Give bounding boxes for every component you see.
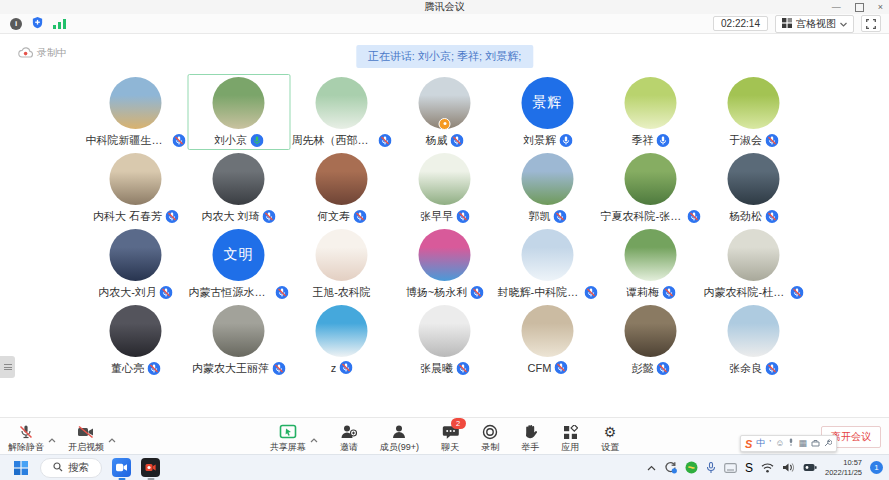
avatar xyxy=(728,153,780,205)
participant-tile[interactable]: 张早早 xyxy=(393,150,496,226)
participant-tile[interactable]: 宁夏农科院-张永... xyxy=(599,150,702,226)
participant-tile[interactable]: 彭懿 xyxy=(599,302,702,378)
participant-tile[interactable]: 于淑会 xyxy=(702,74,805,150)
participant-tile[interactable]: 王旭-农科院 xyxy=(290,226,393,302)
avatar xyxy=(419,153,471,205)
sidebar-handle[interactable] xyxy=(0,356,15,378)
avatar xyxy=(316,153,368,205)
avatar xyxy=(625,229,677,281)
tray-sync-icon[interactable] xyxy=(664,461,677,474)
avatar xyxy=(522,153,574,205)
participant-name: z xyxy=(331,362,337,374)
avatar xyxy=(419,77,471,129)
fullscreen-icon[interactable] xyxy=(861,15,881,32)
participant-tile[interactable]: 季祥 xyxy=(599,74,702,150)
avatar xyxy=(728,77,780,129)
participant-tile[interactable]: 封晓辉-中科院农... xyxy=(496,226,599,302)
participant-tile[interactable]: 中科院新疆生态... xyxy=(84,74,187,150)
notification-badge[interactable]: 1 xyxy=(870,461,883,474)
layout-view-button[interactable]: 宫格视图 xyxy=(775,15,854,33)
participant-tile[interactable]: 杨劲松 xyxy=(702,150,805,226)
participant-name: 博扬~杨永利 xyxy=(406,285,467,300)
taskbar-app-meeting[interactable] xyxy=(112,458,131,477)
participant-name: 封晓辉-中科院农... xyxy=(498,285,582,300)
ime-punct-icon[interactable]: ’ xyxy=(769,439,771,448)
ime-lang-icon[interactable]: 中 xyxy=(756,439,765,448)
share-screen-button[interactable]: 共享屏幕 xyxy=(270,423,306,454)
ime-wrench-icon[interactable] xyxy=(824,439,832,449)
close-icon[interactable]: × xyxy=(878,3,883,12)
mic-muted-icon xyxy=(765,362,778,375)
participant-tile[interactable]: 谭莉梅 xyxy=(599,226,702,302)
participant-tile[interactable]: 文明内蒙古恒源水利... xyxy=(187,226,290,302)
chat-button[interactable]: 2 聊天 xyxy=(441,423,459,454)
taskbar-app-recorder[interactable] xyxy=(141,458,160,477)
mic-muted-icon xyxy=(765,210,778,223)
settings-gear-icon: ⚙ xyxy=(604,423,617,440)
participant-tile[interactable]: 郭凯 xyxy=(496,150,599,226)
raise-hand-button[interactable]: 举手 xyxy=(521,423,539,454)
tray-chevron-up-icon[interactable] xyxy=(647,465,656,471)
tray-antivirus-icon[interactable] xyxy=(685,461,698,474)
meeting-info-icon[interactable]: i xyxy=(10,18,22,30)
participant-tile[interactable]: 刘小京 xyxy=(187,74,290,150)
members-button[interactable]: 成员(99+) xyxy=(380,423,419,454)
participant-tile[interactable]: 张余良 xyxy=(702,302,805,378)
participant-tile[interactable]: 何文寿 xyxy=(290,150,393,226)
taskbar-clock[interactable]: 10:57 2022/11/25 xyxy=(825,458,862,477)
avatar xyxy=(213,153,265,205)
network-signal-icon[interactable] xyxy=(53,15,66,33)
participant-tile[interactable]: 张晨曦 xyxy=(393,302,496,378)
participant-tile[interactable]: 景辉刘景辉 xyxy=(496,74,599,150)
participant-tile[interactable]: 内农大 刘琦 xyxy=(187,150,290,226)
participant-tile[interactable]: 周先林（西部中... xyxy=(290,74,393,150)
ime-mic-icon[interactable] xyxy=(788,438,794,449)
avatar xyxy=(625,305,677,357)
avatar xyxy=(110,153,162,205)
mic-muted-icon xyxy=(585,286,598,299)
tray-volume-icon[interactable] xyxy=(782,462,795,473)
participant-tile[interactable]: 杨威 xyxy=(393,74,496,150)
participant-tile[interactable]: 内蒙农科院-杜慧... xyxy=(702,226,805,302)
share-options-chevron-icon[interactable] xyxy=(310,429,318,447)
participant-tile[interactable]: 内农大-刘月 xyxy=(84,226,187,302)
windows-taskbar: 搜索 S 10:57 xyxy=(0,454,889,480)
participant-name: CFM xyxy=(528,362,552,374)
tray-mic-icon[interactable] xyxy=(706,462,716,474)
record-button[interactable]: 录制 xyxy=(481,423,499,454)
participant-tile[interactable]: z xyxy=(290,302,393,378)
participant-tile[interactable]: 内蒙农大王丽萍 xyxy=(187,302,290,378)
sogou-logo-icon[interactable]: S xyxy=(745,438,752,450)
participant-name: 于淑会 xyxy=(729,133,762,148)
participant-name: 内科大 石春芳 xyxy=(93,209,162,224)
meeting-timer: 02:22:14 xyxy=(713,16,768,31)
windows-start-button[interactable] xyxy=(14,461,28,475)
invite-button[interactable]: 邀请 xyxy=(340,423,358,454)
apps-button[interactable]: 应用 xyxy=(561,423,579,454)
maximize-icon[interactable] xyxy=(855,3,864,12)
mic-muted-icon xyxy=(662,286,675,299)
tray-sogou-icon[interactable]: S xyxy=(745,461,753,475)
search-input[interactable]: 搜索 xyxy=(40,458,102,478)
participant-tile[interactable]: CFM xyxy=(496,302,599,378)
participant-name: 彭懿 xyxy=(632,361,654,376)
tray-device-icon[interactable] xyxy=(724,463,737,473)
ime-emoji-icon[interactable]: ☺ xyxy=(775,439,784,448)
settings-button[interactable]: ⚙ 设置 xyxy=(601,423,619,454)
tray-battery-icon[interactable] xyxy=(803,463,817,472)
tray-wifi-icon[interactable] xyxy=(761,463,774,473)
participant-tile[interactable]: 董心亮 xyxy=(84,302,187,378)
ime-toolbar[interactable]: S 中 ’ ☺ ▦ xyxy=(740,435,837,452)
mic-muted-icon xyxy=(456,210,469,223)
search-icon xyxy=(53,462,63,474)
cloud-recording-icon xyxy=(18,47,33,60)
security-shield-icon[interactable] xyxy=(31,15,44,33)
meeting-topbar: i 02:22:14 宫格视图 xyxy=(0,14,889,34)
participant-tile[interactable]: 博扬~杨永利 xyxy=(393,226,496,302)
participant-name: 张晨曦 xyxy=(420,361,453,376)
ime-toolbox-icon[interactable] xyxy=(811,439,820,449)
ime-keyboard-icon[interactable]: ▦ xyxy=(798,439,807,448)
members-icon xyxy=(391,423,407,440)
participant-tile[interactable]: 内科大 石春芳 xyxy=(84,150,187,226)
minimize-icon[interactable]: — xyxy=(832,3,841,12)
